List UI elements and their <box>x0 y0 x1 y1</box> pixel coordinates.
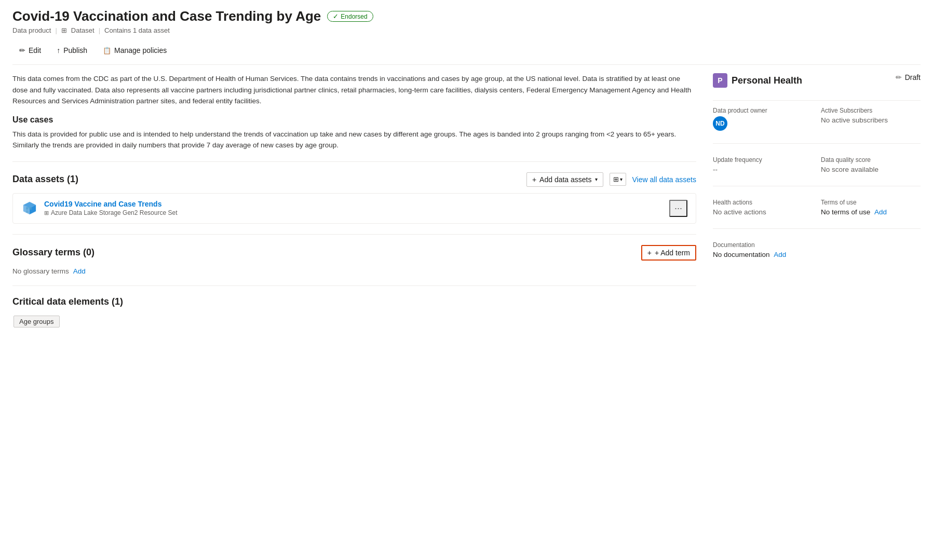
rp-metadata-grid: Data product owner ND Active Subscribers… <box>713 107 921 258</box>
meta-contains: Contains 1 data asset <box>104 26 170 34</box>
main-content: This data comes from the CDC as part of … <box>12 73 921 552</box>
meta-sep2: | <box>99 26 100 34</box>
rp-category-initial: P <box>718 76 722 85</box>
add-term-button[interactable]: + + Add term <box>641 245 696 261</box>
data-asset-details: Covid19 Vaccine and Case Trends ⊞ Azure … <box>44 200 177 216</box>
rp-health-actions-label: Health actions <box>713 199 813 206</box>
rp-owner-section: Data product owner ND <box>713 107 813 131</box>
rp-terms-section: Terms of use No terms of use Add <box>821 199 921 216</box>
svg-rect-5 <box>29 207 32 210</box>
rp-quality-value: No score available <box>821 166 921 173</box>
rp-terms-value: No terms of use Add <box>821 208 921 216</box>
view-all-data-assets-link[interactable]: View all data assets <box>632 175 696 184</box>
add-data-assets-button[interactable]: + Add data assets ▾ <box>526 172 603 187</box>
left-panel: This data comes from the CDC as part of … <box>12 73 696 552</box>
data-asset-name[interactable]: Covid19 Vaccine and Case Trends <box>44 200 177 208</box>
rp-status: ✏ Draft <box>896 73 921 81</box>
grid-icon: ⊞ <box>613 175 619 183</box>
glossary-section-header: Glossary terms (0) + + Add term <box>12 245 696 261</box>
page-title: Covid-19 Vaccination and Case Trending b… <box>12 8 321 24</box>
manage-policies-button[interactable]: 📋 Manage policies <box>96 43 173 58</box>
rp-terms-add-link[interactable]: Add <box>874 208 887 216</box>
description-text: This data comes from the CDC as part of … <box>12 73 696 107</box>
publish-label: Publish <box>63 46 87 54</box>
rp-divider-1 <box>713 143 921 144</box>
glossary-add-link[interactable]: Add <box>73 267 86 275</box>
glossary-no-items-text: No glossary terms <box>12 267 69 275</box>
rp-update-freq-section: Update frequency -- <box>713 156 813 173</box>
rp-owner-avatar: ND <box>713 116 727 131</box>
chevron-down-icon: ▾ <box>620 176 623 182</box>
rp-category: P Personal Health <box>713 73 802 88</box>
add-data-assets-icon: + <box>532 175 536 184</box>
rp-documentation-text: No documentation <box>713 251 770 258</box>
add-term-label: + Add term <box>655 249 690 257</box>
rp-divider-3 <box>713 228 921 229</box>
data-asset-type: ⊞ Azure Data Lake Storage Gen2 Resource … <box>44 209 177 216</box>
rp-subscribers-section: Active Subscribers No active subscribers <box>821 107 921 131</box>
endorsed-badge: ✓ Endorsed <box>327 11 373 22</box>
rp-terms-label: Terms of use <box>821 199 921 206</box>
use-cases-title: Use cases <box>12 115 696 125</box>
add-term-icon: + <box>647 249 652 257</box>
critical-data-tags: Age groups <box>12 313 696 330</box>
rp-top-row: P Personal Health ✏ Draft <box>713 73 921 101</box>
rp-terms-text: No terms of use <box>821 208 870 216</box>
add-data-assets-label: Add data assets <box>539 175 591 184</box>
critical-data-tag: Age groups <box>13 316 60 327</box>
policy-icon: 📋 <box>103 47 111 54</box>
rp-quality-label: Data quality score <box>821 156 921 163</box>
use-cases-text: This data is provided for public use and… <box>12 129 696 151</box>
toolbar: ✏ Edit ↑ Publish 📋 Manage policies <box>12 43 921 65</box>
svg-rect-6 <box>26 210 29 213</box>
critical-data-heading: Critical data elements (1) <box>12 296 123 307</box>
meta-dataset: Dataset <box>71 26 94 34</box>
divider-1 <box>12 161 696 162</box>
publish-icon: ↑ <box>57 46 60 54</box>
manage-policies-label: Manage policies <box>114 46 167 54</box>
rp-status-label: Draft <box>905 73 921 81</box>
edit-icon: ✏ <box>19 46 25 54</box>
meta-row: Data product | ⊞ Dataset | Contains 1 da… <box>12 26 921 34</box>
divider-3 <box>12 285 696 286</box>
edit-button[interactable]: ✏ Edit <box>12 43 48 58</box>
rp-category-name: Personal Health <box>732 75 802 86</box>
rp-health-actions-value: No active actions <box>713 208 813 216</box>
rp-owner-label: Data product owner <box>713 107 813 114</box>
data-asset-info: Covid19 Vaccine and Case Trends ⊞ Azure … <box>21 200 177 216</box>
data-asset-card: Covid19 Vaccine and Case Trends ⊞ Azure … <box>12 193 696 224</box>
publish-button[interactable]: ↑ Publish <box>50 43 94 58</box>
svg-rect-4 <box>26 207 29 210</box>
right-panel: P Personal Health ✏ Draft Data product o… <box>713 73 921 552</box>
data-assets-actions: + Add data assets ▾ ⊞ ▾ View all data as… <box>526 172 696 187</box>
rp-update-freq-value: -- <box>713 166 813 173</box>
edit-label: Edit <box>29 46 41 54</box>
critical-data-section-header: Critical data elements (1) <box>12 296 696 307</box>
add-data-assets-chevron-icon: ▾ <box>595 176 598 182</box>
asset-type-text: Azure Data Lake Storage Gen2 Resource Se… <box>51 209 177 216</box>
rp-documentation-add-link[interactable]: Add <box>774 251 786 258</box>
meta-dataset-icon: ⊞ <box>61 26 67 34</box>
data-asset-more-button[interactable]: ··· <box>669 200 687 217</box>
endorsed-label: Endorsed <box>341 13 367 20</box>
rp-health-actions-section: Health actions No active actions <box>713 199 813 216</box>
rp-owner-initials: ND <box>715 120 724 127</box>
meta-sep1: | <box>55 26 57 34</box>
rp-update-freq-label: Update frequency <box>713 156 813 163</box>
rp-documentation-section: Documentation No documentation Add <box>713 241 921 258</box>
rp-draft-pencil-icon: ✏ <box>896 73 902 81</box>
cube-icon <box>22 200 37 216</box>
divider-2 <box>12 234 696 235</box>
glossary-heading: Glossary terms (0) <box>12 247 94 258</box>
data-asset-icon <box>21 200 38 216</box>
view-toggle-button[interactable]: ⊞ ▾ <box>610 173 626 186</box>
rp-subscribers-label: Active Subscribers <box>821 107 921 114</box>
meta-type: Data product <box>12 26 51 34</box>
glossary-no-items: No glossary terms Add <box>12 267 696 275</box>
rp-divider-2 <box>713 186 921 186</box>
rp-quality-section: Data quality score No score available <box>821 156 921 173</box>
add-term-button-wrapper: + + Add term <box>641 245 696 261</box>
endorsed-check-icon: ✓ <box>333 12 339 20</box>
page-header: Covid-19 Vaccination and Case Trending b… <box>12 8 921 40</box>
rp-documentation-label: Documentation <box>713 241 921 249</box>
